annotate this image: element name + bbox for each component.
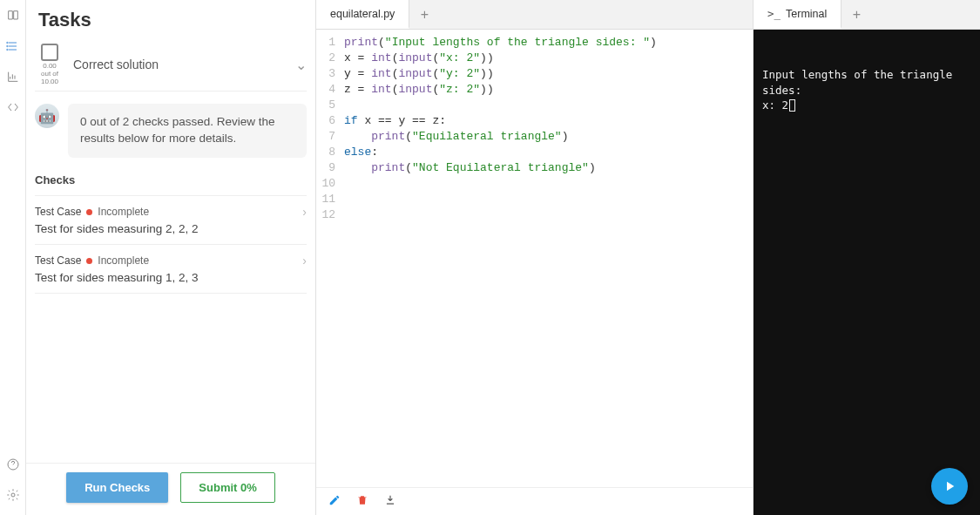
feedback-message: 0 out of 2 checks passed. Review the res… bbox=[68, 104, 307, 158]
tasks-footer: Run Checks Submit 0% bbox=[26, 463, 315, 515]
run-play-button[interactable] bbox=[931, 468, 968, 505]
check-item[interactable]: Test CaseIncomplete›Test for sides measu… bbox=[35, 195, 307, 244]
check-item[interactable]: Test CaseIncomplete›Test for sides measu… bbox=[35, 244, 307, 294]
editor-panel: equilateral.py + 123456789101112 print("… bbox=[316, 0, 754, 515]
checks-heading: Checks bbox=[35, 168, 307, 195]
add-tab-button[interactable]: + bbox=[409, 0, 439, 29]
terminal-cursor bbox=[789, 99, 795, 112]
add-terminal-button[interactable]: + bbox=[841, 0, 871, 29]
terminal-line: x: 2 bbox=[762, 98, 971, 113]
submit-button[interactable]: Submit 0% bbox=[180, 472, 274, 503]
tasks-panel: Tasks 0.00out of10.00 Correct solution ⌄… bbox=[26, 0, 316, 515]
run-checks-button[interactable]: Run Checks bbox=[66, 472, 168, 503]
status-dot-icon bbox=[86, 209, 92, 215]
check-status: Incomplete bbox=[98, 254, 149, 267]
activity-bar bbox=[0, 0, 26, 515]
list-icon[interactable] bbox=[6, 39, 20, 56]
chart-icon[interactable] bbox=[6, 70, 20, 86]
check-status: Incomplete bbox=[98, 206, 149, 218]
task-score: 0.00out of10.00 bbox=[41, 63, 58, 85]
check-label: Test Case bbox=[35, 206, 81, 218]
editor-tab-label: equilateral.py bbox=[330, 8, 395, 20]
bot-avatar-icon: 🤖 bbox=[35, 104, 59, 128]
terminal-icon: >_ bbox=[767, 7, 781, 20]
terminal-tab[interactable]: >_ Terminal bbox=[754, 0, 841, 29]
terminal-tabbar: >_ Terminal + bbox=[754, 0, 980, 30]
tasks-heading: Tasks bbox=[26, 0, 315, 38]
terminal-output[interactable]: Input lengths of the triangle sides:x: 2 bbox=[754, 30, 980, 515]
chevron-right-icon: › bbox=[302, 254, 307, 268]
code-icon[interactable] bbox=[6, 100, 20, 117]
task-checkbox[interactable] bbox=[41, 44, 58, 61]
terminal-tab-label: Terminal bbox=[786, 8, 827, 20]
editor-tabbar: equilateral.py + bbox=[316, 0, 753, 30]
check-description: Test for sides measuring 2, 2, 2 bbox=[35, 219, 307, 235]
svg-point-2 bbox=[6, 49, 7, 50]
code-editor[interactable]: 123456789101112 print("Input lengths of … bbox=[316, 30, 753, 487]
svg-point-1 bbox=[6, 45, 7, 46]
check-description: Test for sides measuring 1, 2, 3 bbox=[35, 268, 307, 284]
code-content[interactable]: print("Input lengths of the triangle sid… bbox=[341, 30, 753, 487]
chevron-down-icon[interactable]: ⌄ bbox=[295, 57, 307, 73]
task-header-row[interactable]: 0.00out of10.00 Correct solution ⌄ bbox=[35, 38, 307, 91]
status-dot-icon bbox=[86, 258, 92, 264]
svg-point-4 bbox=[11, 493, 15, 497]
terminal-panel: >_ Terminal + Input lengths of the trian… bbox=[754, 0, 980, 515]
editor-tab[interactable]: equilateral.py bbox=[316, 0, 409, 29]
check-label: Test Case bbox=[35, 254, 81, 267]
pencil-icon[interactable] bbox=[328, 494, 341, 509]
line-gutter: 123456789101112 bbox=[316, 30, 341, 487]
chevron-right-icon: › bbox=[302, 205, 307, 219]
editor-footer bbox=[316, 487, 753, 515]
download-icon[interactable] bbox=[384, 494, 396, 509]
task-title: Correct solution bbox=[73, 58, 287, 71]
book-icon[interactable] bbox=[6, 9, 20, 25]
gear-icon[interactable] bbox=[6, 488, 20, 505]
terminal-line: Input lengths of the triangle sides: bbox=[762, 67, 971, 98]
help-icon[interactable] bbox=[6, 457, 20, 474]
svg-point-0 bbox=[6, 42, 7, 43]
play-icon bbox=[942, 478, 957, 494]
trash-icon[interactable] bbox=[356, 494, 368, 509]
